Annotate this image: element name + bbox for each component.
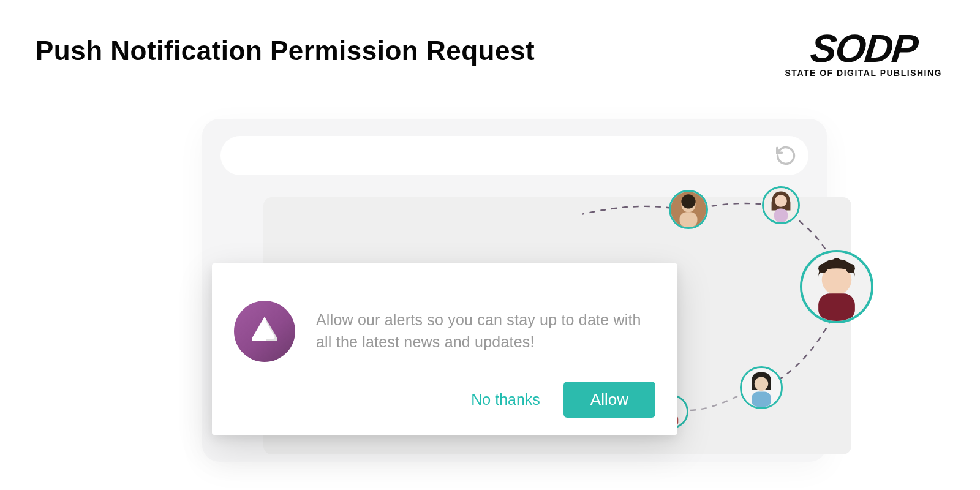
permission-popup: Allow our alerts so you can stay up to d… xyxy=(212,263,677,435)
address-bar xyxy=(221,136,809,175)
app-icon xyxy=(234,301,295,362)
refresh-icon[interactable] xyxy=(774,144,797,167)
page-title: Push Notification Permission Request xyxy=(36,36,535,66)
allow-button[interactable]: Allow xyxy=(564,382,655,418)
permission-message: Allow our alerts so you can stay up to d… xyxy=(316,309,655,353)
decline-button[interactable]: No thanks xyxy=(469,385,543,415)
brand-name: SODP xyxy=(783,33,944,64)
brand-logo: SODP STATE OF DIGITAL PUBLISHING xyxy=(785,33,942,78)
